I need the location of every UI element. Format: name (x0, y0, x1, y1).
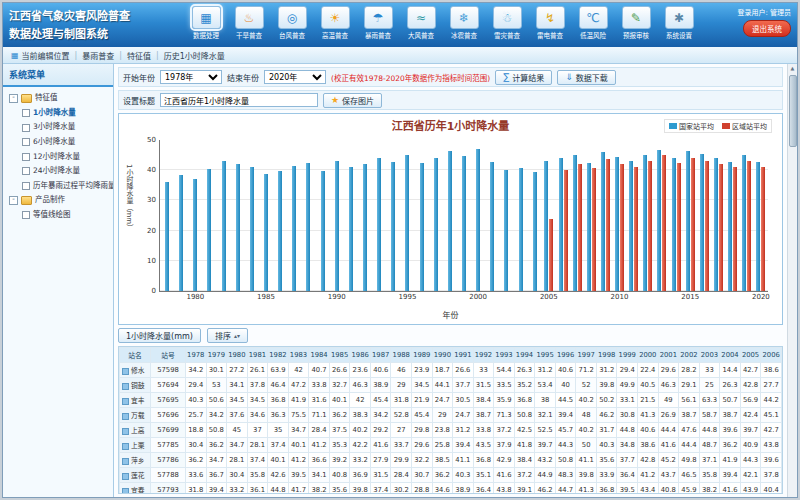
scroll-up-icon[interactable]: ▲ (791, 64, 795, 73)
national-avg-bar (335, 161, 339, 291)
tree-item[interactable]: 12小时降水量 (22, 150, 111, 165)
checkbox-icon[interactable] (22, 138, 30, 146)
logout-button[interactable]: 退出系统 (743, 20, 791, 37)
nav-item-drought[interactable]: ♨干旱普查 (228, 6, 270, 40)
tree-toggle-icon[interactable]: - (9, 94, 18, 103)
tree-item[interactable]: 1小时降水量 (22, 106, 111, 121)
vertical-scrollbar[interactable]: ▲ (787, 64, 797, 497)
nav-item-settings[interactable]: ✱系统设置 (658, 6, 700, 40)
sidebar-title: 系统菜单 (3, 64, 113, 87)
nav-item-lightning[interactable]: ↯雷电普查 (529, 6, 571, 40)
value-cell: 34.7 (227, 438, 248, 453)
tree-item[interactable]: 等值线绘图 (22, 208, 111, 223)
tree-toggle-icon[interactable]: - (9, 196, 18, 205)
col-header-year: 1996 (555, 348, 576, 363)
nav-item-hail[interactable]: ❄冰雹普查 (443, 6, 485, 40)
nav-item-typhoon[interactable]: ◎台风普查 (271, 6, 313, 40)
value-cell: 39.7 (740, 423, 761, 438)
value-cell: 37.9 (494, 438, 515, 453)
bar-group (217, 140, 231, 291)
data-download-button[interactable]: ⇓数据下载 (557, 70, 616, 85)
table-row[interactable]: 修水5759834.230.127.226.163.94240.726.623.… (120, 363, 782, 378)
checkbox-icon[interactable] (22, 211, 30, 219)
nav-item-high-temp[interactable]: ☀高温普查 (314, 6, 356, 40)
col-header-year: 1988 (391, 348, 412, 363)
value-cell: 35.1 (473, 468, 494, 483)
value-cell: 24.7 (453, 408, 474, 423)
save-image-button[interactable]: ★保存图片 (323, 93, 382, 108)
value-cell: 54.4 (494, 363, 515, 378)
table-row[interactable]: 上高5769918.850.845373534.728.437.540.229.… (120, 423, 782, 438)
start-year-select[interactable]: 1978年 (160, 70, 222, 84)
table-unit-button[interactable]: 1小时降水量(mm) (118, 328, 201, 343)
checkbox-icon[interactable] (22, 124, 30, 132)
national-avg-bar (714, 158, 718, 291)
breadcrumb-item[interactable]: 特征值 (127, 50, 151, 61)
value-cell: 39.5 (288, 468, 309, 483)
value-cell: 32.2 (412, 453, 433, 468)
nav-item-review[interactable]: ✎预报审核 (615, 6, 657, 40)
calc-result-button[interactable]: ∑计算结果 (495, 70, 552, 85)
folder-icon (21, 94, 32, 103)
breadcrumb-item[interactable]: 暴雨普查 (82, 50, 114, 61)
nav-item-snow[interactable]: ☃雪灾普查 (486, 6, 528, 40)
table-row[interactable]: 宜春5779331.839.433.236.144.841.738.235.63… (120, 483, 782, 495)
table-row[interactable]: 萍乡5778636.234.728.137.440.141.236.639.23… (120, 453, 782, 468)
tree-group[interactable]: -特征值 (9, 91, 111, 106)
bar-group (344, 140, 358, 291)
value-cell: 26.6 (329, 363, 350, 378)
nav-item-data-process[interactable]: ▦数据处理 (185, 6, 227, 40)
value-cell: 28.4 (391, 468, 412, 483)
scroll-thumb[interactable] (789, 75, 797, 147)
checkbox-icon[interactable] (22, 167, 30, 175)
tree-item[interactable]: 6小时降水量 (22, 135, 111, 150)
value-cell: 40.1 (268, 453, 289, 468)
value-cell: 34.5 (412, 378, 433, 393)
folder-icon (21, 196, 32, 205)
value-cell: 44.4 (679, 438, 700, 453)
nav-item-rainstorm[interactable]: ☂暴雨普查 (357, 6, 399, 40)
table-row[interactable]: 宜丰5769540.350.634.534.536.841.931.640.14… (120, 393, 782, 408)
table-row[interactable]: 铜鼓5769429.45334.137.846.447.233.832.746.… (120, 378, 782, 393)
value-cell: 33.1 (617, 393, 638, 408)
value-cell: 38.3 (350, 408, 371, 423)
table-row[interactable]: 上栗5778530.436.234.728.137.440.141.235.34… (120, 438, 782, 453)
save-image-label: 保存图片 (342, 95, 374, 106)
checkbox-icon[interactable] (22, 153, 30, 161)
value-cell: 42.1 (740, 468, 761, 483)
tree-group[interactable]: -产品制作 (9, 193, 111, 208)
nav-item-label: 干旱普查 (228, 30, 270, 40)
station-icon (122, 368, 129, 375)
tree-item[interactable]: 24小时降水量 (22, 164, 111, 179)
bar-group (542, 140, 556, 291)
nav-item-label: 冰雹普查 (443, 30, 485, 40)
value-cell: 37.5 (329, 423, 350, 438)
value-cell: 41.9 (720, 453, 741, 468)
breadcrumb-item[interactable]: ▦当前编辑位置 (11, 50, 70, 61)
tree-item[interactable]: 3小时降水量 (22, 120, 111, 135)
nav-item-low-temp[interactable]: ℃低温风险 (572, 6, 614, 40)
table-row[interactable]: 莲花5778833.636.730.435.842.639.534.140.83… (120, 468, 782, 483)
checkbox-icon[interactable] (22, 109, 30, 117)
value-cell: 44.5 (555, 393, 576, 408)
col-header-year: 1979 (206, 348, 227, 363)
end-year-select[interactable]: 2020年 (264, 70, 326, 84)
nav-item-gale[interactable]: ≈大风普查 (400, 6, 442, 40)
tree-item[interactable]: 历年暴雨过程平均降雨量 (22, 179, 111, 194)
breadcrumb-item[interactable]: 历史1小时降水量 (164, 50, 225, 61)
national-avg-bar (601, 152, 605, 291)
national-avg-bar (504, 170, 508, 291)
chart-title-input[interactable] (160, 93, 318, 107)
table-row[interactable]: 万载5769625.734.237.634.636.375.571.136.23… (120, 408, 782, 423)
value-cell: 36.8 (596, 483, 617, 495)
value-cell: 28.2 (679, 363, 700, 378)
value-cell: 35.6 (329, 483, 350, 495)
sort-control[interactable]: 排序▴▾ (207, 328, 248, 343)
national-avg-bar (165, 182, 169, 291)
regional-avg-bar (648, 161, 652, 291)
value-cell: 21.9 (412, 393, 433, 408)
value-cell: 40 (555, 378, 576, 393)
checkbox-icon[interactable] (22, 182, 30, 190)
col-header-year: 1995 (535, 348, 556, 363)
chart-ylabel: 1小时降水量（mm） (124, 164, 134, 284)
